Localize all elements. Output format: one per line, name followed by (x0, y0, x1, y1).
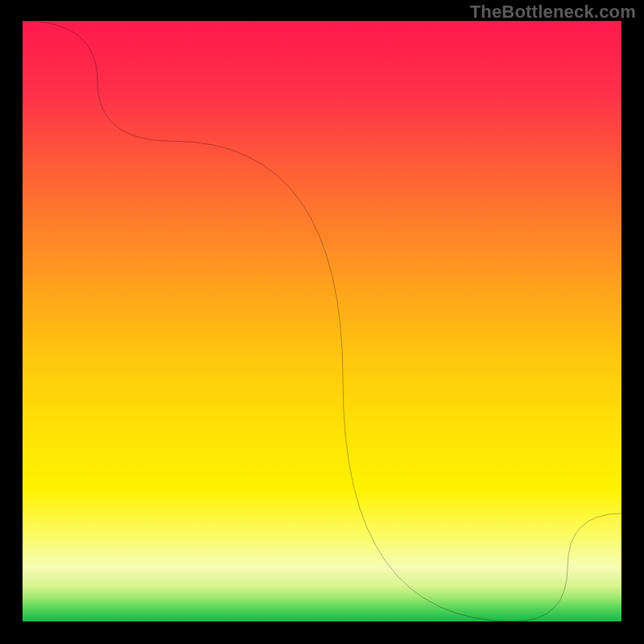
watermark-text: TheBottleneck.com (470, 2, 636, 23)
bottleneck-curve (23, 21, 621, 621)
plot-area (23, 21, 621, 621)
chart-frame: TheBottleneck.com (0, 0, 644, 644)
